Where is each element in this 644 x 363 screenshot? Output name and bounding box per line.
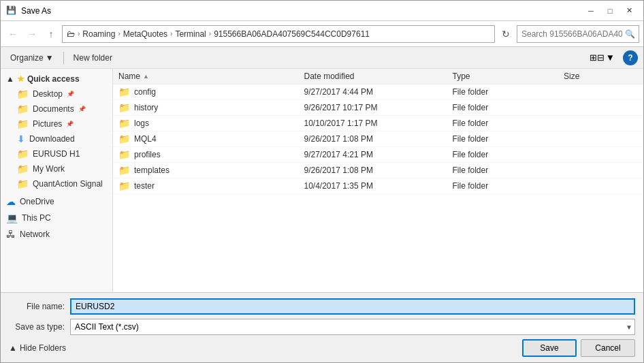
file-name: profiles — [134, 150, 161, 159]
sidebar-item-mywork[interactable]: 📁 My Work — [1, 161, 112, 176]
hide-folders-chevron: ▲ — [9, 343, 17, 353]
documents-folder-icon: 📁 — [17, 104, 29, 114]
sidebar-item-eurusd[interactable]: 📁 EURUSD H1 — [1, 146, 112, 161]
table-row[interactable]: 📁 templates 9/26/2017 1:08 PM File folde… — [113, 163, 643, 178]
table-row[interactable]: 📁 logs 10/10/2017 1:17 PM File folder — [113, 116, 643, 131]
desktop-label: Desktop — [33, 89, 63, 99]
file-name: logs — [134, 119, 149, 128]
file-type: File folder — [453, 119, 564, 128]
column-size[interactable]: Size — [564, 72, 638, 81]
table-row[interactable]: 📁 config 9/27/2017 4:44 PM File folder — [113, 84, 643, 100]
file-name: history — [134, 103, 158, 112]
file-type: File folder — [453, 150, 564, 159]
view-button[interactable]: ⊞⊟ ▼ — [587, 50, 617, 65]
maximize-button[interactable]: □ — [601, 4, 619, 18]
search-wrap: 🔍 — [517, 25, 639, 43]
breadcrumb-roaming[interactable]: Roaming — [82, 29, 115, 39]
sidebar-item-downloaded[interactable]: ⬇ Downloaded — [1, 131, 112, 146]
column-date[interactable]: Date modified — [304, 72, 453, 81]
toolbar: Organize ▼ New folder ⊞⊟ ▼ ? — [1, 47, 643, 69]
table-row[interactable]: 📁 tester 10/4/2017 1:35 PM File folder — [113, 178, 643, 194]
mywork-label: My Work — [33, 164, 65, 174]
table-row[interactable]: 📁 history 9/26/2017 10:17 PM File folder — [113, 100, 643, 116]
help-button[interactable]: ? — [623, 50, 638, 65]
column-size-label: Size — [564, 72, 579, 81]
window-controls: ─ □ ✕ — [582, 4, 638, 18]
breadcrumb-metaquotes[interactable]: MetaQuotes — [123, 29, 167, 39]
main-content: ▲ ★ Quick access 📁 Desktop 📌 📁 Documents… — [1, 69, 643, 292]
table-row[interactable]: 📁 profiles 9/27/2017 4:21 PM File folder — [113, 147, 643, 163]
dialog-icon: 💾 — [6, 5, 17, 16]
quick-access-header[interactable]: ▲ ★ Quick access — [1, 72, 112, 86]
column-type[interactable]: Type — [453, 72, 564, 81]
organize-label: Organize — [10, 53, 44, 63]
file-date: 10/10/2017 1:17 PM — [304, 119, 453, 128]
breadcrumb-folder[interactable]: 915566BA06ADA407569C544CC0D97611 — [214, 29, 370, 39]
sidebar-item-pictures[interactable]: 📁 Pictures 📌 — [1, 116, 112, 131]
file-rows-container: 📁 config 9/27/2017 4:44 PM File folder 📁… — [113, 84, 643, 194]
filetype-select[interactable]: ASCII Text (*.csv) — [70, 319, 635, 335]
mywork-folder-icon: 📁 — [17, 163, 29, 174]
back-button[interactable]: ← — [5, 26, 21, 42]
hide-folders-label: Hide Folders — [20, 343, 66, 353]
organize-button[interactable]: Organize ▼ — [6, 51, 58, 65]
close-button[interactable]: ✕ — [620, 4, 638, 18]
downloaded-folder-icon: ⬇ — [17, 133, 25, 144]
pictures-label: Pictures — [33, 119, 62, 129]
forward-button[interactable]: → — [24, 26, 40, 42]
address-bar: ← → ↑ 🗁 › Roaming › MetaQuotes › Termina… — [1, 21, 643, 47]
file-date: 10/4/2017 1:35 PM — [304, 181, 453, 191]
filename-label: File name: — [9, 302, 70, 311]
sidebar-item-quantaction[interactable]: 📁 QuantAction Signal — [1, 176, 112, 191]
file-folder-icon: 📁 — [118, 118, 130, 129]
pictures-pin-icon: 📌 — [66, 121, 74, 127]
file-folder-icon: 📁 — [118, 86, 130, 97]
breadcrumb-icon: 🗁 — [67, 29, 75, 39]
cancel-button[interactable]: Cancel — [581, 339, 635, 357]
breadcrumb-arrow2: › — [118, 30, 120, 37]
sidebar-item-thispc[interactable]: 💻 This PC — [1, 210, 112, 225]
quick-access-label: Quick access — [27, 74, 80, 84]
help-icon: ? — [628, 53, 632, 63]
downloaded-label: Downloaded — [29, 134, 75, 144]
sort-chevron: ▲ — [143, 73, 149, 80]
column-name[interactable]: Name ▲ — [118, 72, 304, 81]
minimize-button[interactable]: ─ — [582, 4, 600, 18]
file-type: File folder — [453, 103, 564, 112]
breadcrumb-terminal[interactable]: Terminal — [175, 29, 206, 39]
column-name-label: Name — [118, 72, 140, 81]
breadcrumb-arrow3: › — [170, 30, 172, 37]
refresh-button[interactable]: ↻ — [498, 26, 514, 42]
computer-icon: 💻 — [6, 212, 18, 223]
file-name: MQL4 — [134, 134, 157, 144]
network-label: Network — [20, 230, 50, 239]
organize-chevron: ▼ — [46, 53, 54, 63]
file-folder-icon: 📁 — [118, 149, 130, 160]
hide-folders-button[interactable]: ▲ Hide Folders — [9, 343, 66, 353]
file-name: templates — [134, 165, 170, 175]
saveastype-label: Save as type: — [9, 322, 70, 332]
sidebar-item-onedrive[interactable]: ☁ OneDrive — [1, 194, 112, 209]
sidebar-item-desktop[interactable]: 📁 Desktop 📌 — [1, 86, 112, 101]
file-date: 9/27/2017 4:44 PM — [304, 87, 453, 97]
onedrive-icon: ☁ — [6, 196, 16, 207]
file-list-header: Name ▲ Date modified Type Size — [113, 69, 643, 84]
table-row[interactable]: 📁 MQL4 9/26/2017 1:08 PM File folder — [113, 131, 643, 147]
file-date: 9/26/2017 1:08 PM — [304, 134, 453, 144]
breadcrumb[interactable]: 🗁 › Roaming › MetaQuotes › Terminal › 91… — [62, 25, 495, 43]
sidebar-item-network[interactable]: 🖧 Network — [1, 227, 112, 242]
save-button[interactable]: Save — [522, 339, 577, 357]
toolbar-separator — [63, 52, 64, 64]
sidebar-item-documents[interactable]: 📁 Documents 📌 — [1, 101, 112, 116]
file-folder-icon: 📁 — [118, 165, 130, 176]
filename-row: File name: — [9, 298, 635, 315]
new-folder-button[interactable]: New folder — [69, 51, 116, 65]
filetype-wrap: ASCII Text (*.csv) ▼ — [70, 319, 635, 335]
up-button[interactable]: ↑ — [43, 26, 59, 42]
filename-input[interactable] — [70, 298, 635, 315]
search-input[interactable] — [517, 25, 639, 43]
dialog-title: Save As — [21, 6, 51, 16]
sidebar-star-icon: ★ — [17, 74, 25, 84]
file-type: File folder — [453, 87, 564, 97]
quantaction-folder-icon: 📁 — [17, 178, 29, 189]
